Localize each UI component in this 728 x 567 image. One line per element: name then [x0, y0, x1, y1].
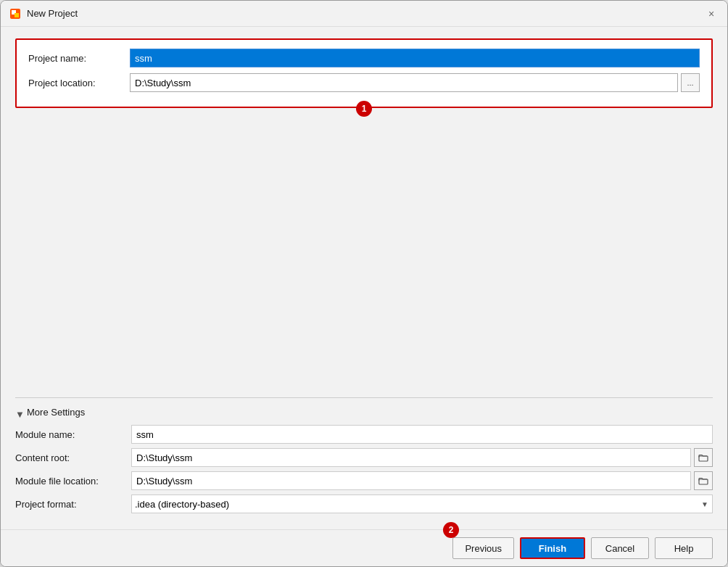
browse-button[interactable]: ...	[681, 73, 700, 92]
previous-button[interactable]: Previous	[452, 537, 514, 559]
middle-spacer	[15, 114, 713, 386]
more-settings-header[interactable]: ▼ More Settings	[15, 407, 713, 418]
project-location-label: Project location:	[28, 78, 130, 88]
project-name-label: Project name:	[28, 53, 130, 64]
content-root-input[interactable]	[131, 448, 691, 467]
finish-button[interactable]: Finish	[520, 537, 585, 559]
module-file-location-input[interactable]	[131, 471, 691, 490]
cancel-button[interactable]: Cancel	[591, 537, 649, 559]
more-settings-section: ▼ More Settings Module name: Content roo…	[15, 392, 713, 518]
project-format-select[interactable]: .idea (directory-based)	[131, 494, 713, 513]
svg-rect-3	[699, 456, 708, 461]
dialog-footer: 2 Previous Finish Cancel Help	[1, 529, 727, 566]
project-info-section: Project name: Project location: ... 1	[15, 38, 713, 108]
content-root-browse-button[interactable]	[694, 448, 713, 467]
title-bar: New Project ×	[1, 1, 727, 27]
close-button[interactable]: ×	[704, 7, 719, 21]
project-name-row: Project name:	[28, 49, 700, 67]
dialog-content: Project name: Project location: ... 1 ▼ …	[1, 27, 727, 529]
module-file-location-label: Module file location:	[15, 476, 131, 487]
project-format-row: Project format: .idea (directory-based) …	[15, 494, 713, 513]
step1-badge: 1	[356, 101, 372, 117]
module-file-location-row: Module file location:	[15, 471, 713, 490]
collapse-arrow-icon: ▼	[15, 409, 22, 416]
content-root-row: Content root:	[15, 448, 713, 467]
content-root-label: Content root:	[15, 452, 131, 463]
dialog: New Project × Project name: Project loca…	[0, 0, 728, 567]
project-location-input[interactable]	[130, 73, 678, 92]
section-divider	[15, 397, 713, 398]
module-name-row: Module name:	[15, 425, 713, 444]
more-settings-label: More Settings	[27, 407, 85, 418]
step2-badge: 2	[443, 522, 459, 538]
project-name-input[interactable]	[130, 49, 700, 67]
project-location-row: Project location: ...	[28, 73, 700, 92]
dialog-title: New Project	[27, 8, 78, 19]
module-name-input[interactable]	[131, 425, 713, 444]
project-format-label: Project format:	[15, 499, 131, 510]
help-button[interactable]: Help	[655, 537, 713, 559]
app-icon	[9, 8, 21, 20]
module-name-label: Module name:	[15, 429, 131, 440]
module-file-location-browse-button[interactable]	[694, 471, 713, 490]
svg-rect-2	[15, 13, 19, 17]
svg-rect-4	[699, 479, 708, 484]
